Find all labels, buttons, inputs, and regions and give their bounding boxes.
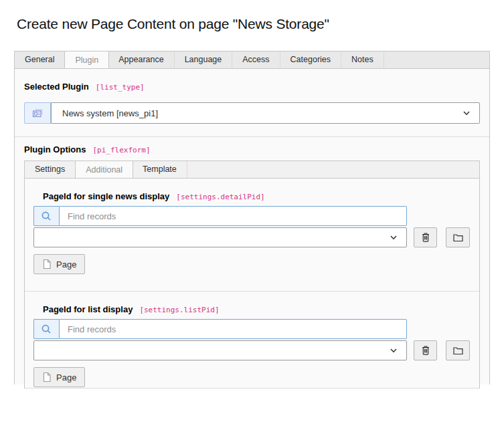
chevron-down-icon — [388, 232, 399, 243]
selected-plugin-select-group: News system [news_pi1] — [24, 102, 480, 124]
search-addon — [33, 206, 59, 226]
tab-categories[interactable]: Categories — [280, 51, 341, 68]
record-search-group — [33, 319, 407, 339]
browse-records-button[interactable] — [446, 227, 470, 247]
page-button[interactable]: Page — [33, 254, 85, 274]
chevron-down-icon — [461, 108, 472, 118]
tab-template[interactable]: Template — [133, 161, 187, 178]
record-select-row — [33, 227, 471, 247]
page-button-label: Page — [56, 372, 76, 383]
field-section-detail-pid: PageId for single news display[settings.… — [25, 179, 479, 292]
plugin-options-section: Plugin Options[pi_flexform] Settings Add… — [15, 137, 489, 389]
selected-plugin-select[interactable]: News system [news_pi1] — [51, 102, 480, 124]
plugin-options-label: Plugin Options — [24, 144, 86, 154]
field-label-row: PageId for single news display[settings.… — [33, 191, 471, 202]
field-label: PageId for list display — [43, 304, 133, 314]
folder-icon — [452, 233, 464, 243]
tab-additional[interactable]: Additional — [75, 160, 133, 178]
tab-settings[interactable]: Settings — [25, 161, 76, 178]
trash-icon — [420, 345, 431, 356]
tab-language[interactable]: Language — [175, 51, 233, 68]
field-key: [settings.detailPid] — [176, 193, 264, 201]
selected-plugin-value: News system [news_pi1] — [62, 108, 158, 118]
browse-records-button[interactable] — [446, 340, 470, 360]
tab-access[interactable]: Access — [232, 51, 280, 68]
remove-selected-button[interactable] — [414, 227, 437, 247]
page-icon — [42, 259, 52, 270]
page-button-label: Page — [56, 259, 76, 270]
tab-appearance[interactable]: Appearance — [108, 51, 174, 68]
search-icon — [41, 211, 52, 222]
record-select[interactable] — [33, 340, 407, 360]
selected-plugin-label-row: Selected Plugin[list_type] — [24, 82, 480, 92]
tab-plugin[interactable]: Plugin — [64, 51, 109, 68]
field-section-list-pid: PageId for list display[settings.listPid… — [25, 292, 479, 389]
plugin-tab-panel: Selected Plugin[list_type] News system [… — [14, 69, 490, 385]
record-select[interactable] — [33, 227, 407, 247]
record-search-input[interactable] — [59, 206, 407, 226]
search-addon — [33, 319, 59, 339]
record-search-group — [33, 206, 407, 226]
tab-general[interactable]: General — [15, 51, 65, 68]
page-button[interactable]: Page — [33, 367, 85, 387]
plugin-options-label-row: Plugin Options[pi_flexform] — [15, 144, 489, 155]
chevron-down-icon — [388, 345, 399, 356]
newspaper-plugin-icon — [32, 108, 44, 118]
plugin-options-key: [pi_flexform] — [92, 146, 150, 154]
selected-plugin-section: Selected Plugin[list_type] News system [… — [15, 69, 489, 124]
record-select-row — [33, 340, 471, 360]
trash-icon — [420, 232, 431, 243]
flexform-tabs: Settings Additional Template — [24, 160, 480, 179]
record-tabs: General Plugin Appearance Language Acces… — [14, 51, 490, 69]
selected-plugin-key: [list_type] — [96, 83, 145, 92]
folder-icon — [452, 346, 464, 356]
tab-notes[interactable]: Notes — [341, 51, 384, 68]
page-title: Create new Page Content on page "News St… — [17, 16, 329, 32]
record-search-input[interactable] — [59, 319, 407, 339]
field-label: PageId for single news display — [43, 191, 169, 201]
field-label-row: PageId for list display[settings.listPid… — [33, 304, 471, 315]
remove-selected-button[interactable] — [414, 340, 437, 360]
field-key: [settings.listPid] — [139, 306, 219, 314]
selected-plugin-label: Selected Plugin — [24, 82, 89, 92]
create-content-form: Create new Page Content on page "News St… — [0, 0, 504, 428]
search-icon — [41, 324, 52, 335]
plugin-icon-addon — [24, 102, 51, 124]
flexform-panel: PageId for single news display[settings.… — [24, 179, 480, 389]
page-icon — [42, 372, 52, 383]
